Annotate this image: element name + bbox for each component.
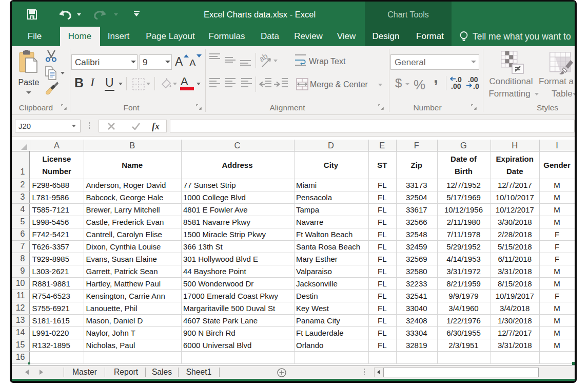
svg-text:ab: ab [260,53,269,64]
